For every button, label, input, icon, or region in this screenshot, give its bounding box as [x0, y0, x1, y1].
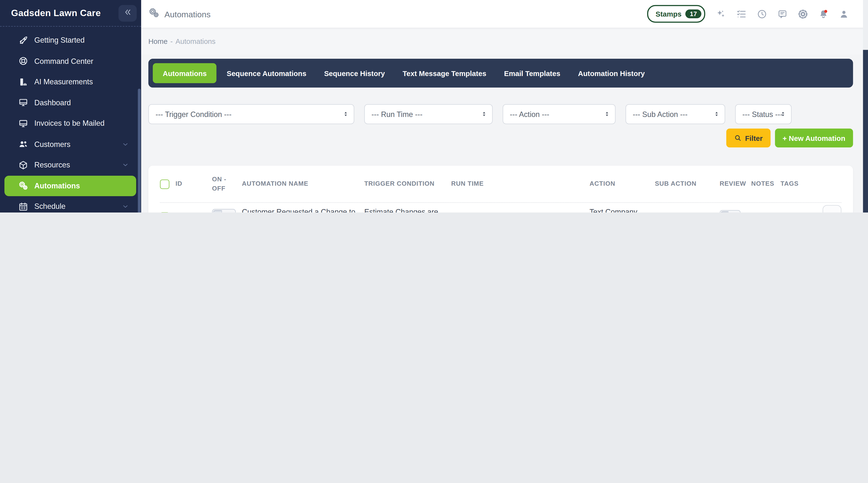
chevron-down-icon — [122, 141, 129, 148]
column-header-on-off: ON - OFF — [212, 174, 242, 194]
sidebar-item-label: Command Center — [34, 57, 93, 65]
tabs-bar: AutomationsSequence AutomationsSequence … — [148, 59, 853, 87]
sidebar-item-command-center[interactable]: Command Center — [4, 51, 136, 72]
sidebar-item-label: Schedule — [34, 202, 65, 211]
main-area: Automations Stamps 17 Home - Automations… — [141, 0, 868, 212]
sidebar-item-label: Getting Started — [34, 36, 85, 44]
automations-table: IDON - OFFAUTOMATION NAMETRIGGER CONDITI… — [148, 166, 853, 212]
cube-icon — [18, 160, 28, 170]
tab-automation-history[interactable]: Automation History — [569, 63, 654, 83]
breadcrumb-separator: - — [170, 37, 173, 45]
tab-sequence-automations[interactable]: Sequence Automations — [218, 63, 315, 83]
search-icon — [734, 134, 742, 142]
chevron-down-icon — [122, 161, 129, 169]
page-title-wrap: Automations — [148, 7, 211, 21]
filter-buttons-row: Filter + New Automation — [148, 129, 853, 147]
bell-icon[interactable] — [818, 8, 829, 19]
new-automation-label: + New Automation — [782, 134, 845, 142]
sidebar-item-label: Resources — [34, 161, 70, 169]
select-value: --- Sub Action --- — [632, 110, 687, 118]
breadcrumb-home-link[interactable]: Home — [148, 37, 167, 45]
monitor-icon — [18, 118, 28, 129]
trigger-condition-select[interactable]: --- Trigger Condition --- — [148, 104, 354, 124]
select-all-checkbox[interactable] — [160, 179, 169, 189]
topbar-actions: Stamps 17 — [647, 5, 857, 23]
message-icon[interactable] — [777, 8, 788, 19]
checklist-icon[interactable] — [736, 8, 747, 19]
sidebar-item-ai-measurements[interactable]: AI Measurements — [4, 72, 136, 92]
sidebar-item-automations[interactable]: Automations — [4, 175, 136, 196]
action-select[interactable]: --- Action --- — [503, 104, 616, 124]
review-toggle[interactable]: Off — [719, 210, 740, 212]
cell-id: 494504 — [176, 212, 212, 212]
topbar: Automations Stamps 17 — [141, 0, 868, 28]
cell-automation-name: Customer Requested a Change to an Estima… — [242, 207, 364, 212]
tab-text-message-templates[interactable]: Text Message Templates — [394, 63, 495, 83]
chevrons-left-icon — [123, 7, 132, 19]
sidebar-item-label: Invoices to be Mailed — [34, 119, 104, 128]
collapse-sidebar-button[interactable] — [119, 5, 137, 21]
breadcrumb-current: Automations — [176, 37, 215, 45]
column-header-sub-action: SUB ACTION — [655, 179, 719, 189]
sidebar-item-getting-started[interactable]: Getting Started — [4, 30, 136, 51]
sidebar-item-schedule[interactable]: Schedule — [4, 196, 136, 212]
filter-button[interactable]: Filter — [726, 129, 770, 147]
row-checkbox[interactable] — [160, 212, 169, 212]
sidebar: Gadsden Lawn Care Getting StartedCommand… — [0, 0, 141, 212]
sidebar-item-resources[interactable]: Resources — [4, 155, 136, 175]
gears-icon — [148, 7, 159, 21]
filter-button-label: Filter — [745, 134, 763, 142]
column-header-run-time: RUN TIME — [451, 179, 590, 189]
cell-run-time: Instantly — [451, 212, 590, 212]
sidebar-item-customers[interactable]: Customers — [4, 134, 136, 154]
sidebar-scrollbar-thumb[interactable] — [138, 89, 141, 212]
column-header-automation-name: AUTOMATION NAME — [242, 179, 364, 189]
table-row: 494504OffCustomer Requested a Change to … — [160, 203, 841, 212]
column-header-id: ID — [176, 179, 212, 189]
column-header-review: REVIEW — [719, 179, 751, 189]
tab-sequence-history[interactable]: Sequence History — [315, 63, 394, 83]
clock-icon[interactable] — [757, 8, 767, 19]
breadcrumb: Home - Automations — [141, 28, 868, 54]
column-header-notes: NOTES — [751, 179, 781, 189]
chevron-down-icon — [122, 203, 129, 210]
person-icon[interactable] — [839, 8, 849, 19]
column-header-tags: TAGS — [781, 179, 814, 189]
sparkles-icon[interactable] — [716, 8, 726, 19]
calendar-icon — [18, 202, 28, 211]
run-time-select[interactable]: --- Run Time --- — [364, 104, 493, 124]
table-header-row: IDON - OFFAUTOMATION NAMETRIGGER CONDITI… — [160, 166, 841, 203]
rocket-icon — [18, 35, 28, 45]
stamps-button[interactable]: Stamps 17 — [647, 5, 705, 23]
sidebar-item-invoices-to-be-mailed[interactable]: Invoices to be Mailed — [4, 113, 136, 134]
tab-automations[interactable]: Automations — [153, 63, 217, 83]
column-header-action: ACTION — [590, 179, 655, 189]
sidebar-item-label: Dashboard — [34, 98, 71, 107]
toggle-state-label: Off — [222, 209, 236, 212]
content: AutomationsSequence AutomationsSequence … — [148, 59, 853, 212]
select-value: --- Run Time --- — [371, 110, 423, 118]
users-icon — [18, 139, 28, 149]
filters-row: --- Trigger Condition ------ Run Time --… — [148, 104, 853, 124]
toggle-knob — [213, 210, 222, 212]
select-caret-icon — [480, 111, 488, 118]
status-select[interactable]: --- Status --- — [735, 104, 792, 124]
new-automation-button[interactable]: + New Automation — [775, 129, 853, 147]
table-body: 494504OffCustomer Requested a Change to … — [160, 203, 841, 212]
edit-automation-button[interactable] — [823, 205, 841, 212]
sub-action-select[interactable]: --- Sub Action --- — [626, 104, 725, 124]
gear-icon[interactable] — [798, 8, 808, 19]
stamps-count-badge: 17 — [685, 9, 701, 18]
sidebar-item-dashboard[interactable]: Dashboard — [4, 92, 136, 113]
lifebuoy-icon — [18, 56, 28, 66]
cell-trigger-condition: Estimate Changes are Requested — [364, 207, 451, 212]
app-window: Gadsden Lawn Care Getting StartedCommand… — [0, 0, 868, 212]
sidebar-nav: Getting StartedCommand CenterAI Measurem… — [0, 27, 141, 212]
onoff-toggle[interactable]: Off — [212, 209, 236, 212]
monitor-icon — [18, 98, 28, 108]
tab-email-templates[interactable]: Email Templates — [495, 63, 569, 83]
sidebar-header: Gadsden Lawn Care — [0, 0, 141, 27]
toggle-knob — [721, 211, 728, 212]
toggle-state-label: Off — [728, 210, 740, 212]
page-scrollbar-thumb[interactable] — [863, 50, 868, 212]
